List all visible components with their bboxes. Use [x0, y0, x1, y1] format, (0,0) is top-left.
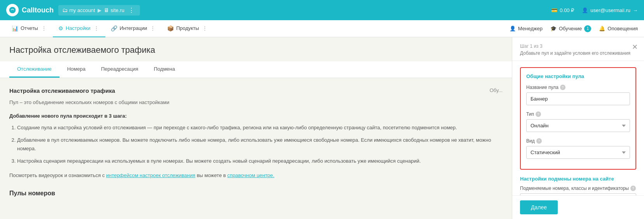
tabs-bar: Отслеживание Номера Переадресация Подмен… — [0, 61, 512, 78]
replacement-help[interactable]: ? — [630, 186, 636, 191]
reports-icon: 📊 — [12, 25, 18, 31]
panel-subtitle: Добавьте пул и задайте условия его отсле… — [520, 50, 636, 56]
close-icon[interactable]: ✕ — [632, 43, 638, 51]
nav-learning-label: Обучение — [559, 26, 582, 31]
breadcrumb-nav: 🗂 my account ▶ 🖥 site.ru ⋮ — [58, 5, 140, 16]
balance-icon: 💳 — [551, 7, 557, 13]
tab-tracking[interactable]: Отслеживание — [9, 61, 59, 78]
logo[interactable]: Calltouch — [6, 4, 54, 16]
view-select[interactable]: Статический Динамический — [526, 146, 630, 159]
nav-label-integrations: Интеграции — [120, 25, 147, 31]
manager-icon: 👤 — [510, 26, 516, 31]
nav-label-products: Продукты — [176, 25, 199, 31]
products-icon: 📦 — [167, 25, 174, 31]
integrations-dots[interactable]: ⋮ — [149, 25, 156, 31]
site-icon: 🖥 — [104, 7, 109, 13]
breadcrumb-dots[interactable]: ⋮ — [127, 7, 136, 14]
pool-name-input[interactable] — [526, 92, 630, 105]
step-1: Создание пула и настройка условий его от… — [17, 123, 503, 132]
pools-title: Пулы номеров — [9, 190, 503, 197]
nav-learning[interactable]: 🎓 Обучение 1 — [550, 25, 591, 32]
nav-item-integrations[interactable]: 🔗 Интеграции ⋮ — [105, 20, 162, 37]
step-3: Настройка сценария переадресации на испо… — [17, 157, 503, 165]
products-dots[interactable]: ⋮ — [201, 25, 208, 31]
form-section-title: Общие настройки пула — [526, 73, 630, 79]
steps-list: Создание пула и настройка условий его от… — [9, 123, 503, 165]
tab-numbers[interactable]: Номера — [59, 61, 93, 78]
content-area: Настройка отслеживаемого трафика Отслежи… — [0, 37, 512, 219]
settings-section-title: Настройки подмены номера на сайте — [520, 176, 636, 182]
view-help[interactable]: ? — [536, 138, 542, 144]
video-text-mid: вы можете в — [195, 172, 227, 178]
step-2: Добавление в пул отслеживаемых номеров. … — [17, 136, 503, 153]
header-left: Calltouch 🗂 my account ▶ 🖥 site.ru ⋮ — [6, 4, 140, 16]
content-right-label: Обу... — [490, 87, 503, 93]
nav-notifications[interactable]: 🔔 Оповещения — [599, 26, 638, 31]
panel-body: Общие настройки пула Название пула ? Тип… — [512, 61, 644, 195]
integrations-icon: 🔗 — [111, 25, 117, 31]
type-group: Тип ? Онлайн Оффлайн — [526, 111, 630, 132]
section-title: Настройка отслеживаемого трафика — [9, 87, 115, 94]
top-header: Calltouch 🗂 my account ▶ 🖥 site.ru ⋮ 💳 0… — [0, 0, 644, 20]
reports-dots[interactable]: ⋮ — [40, 25, 47, 31]
replacement-label: Подменяемые номера, классы и идентификат… — [520, 186, 636, 191]
nav-notifications-label: Оповещения — [607, 26, 638, 31]
panel-header: Шаг 1 из 3 Добавьте пул и задайте услови… — [512, 37, 644, 61]
video-link-2[interactable]: справочном центре. — [227, 172, 274, 178]
logout-arrow-icon[interactable]: → — [633, 7, 638, 13]
settings-section: Настройки подмены номера на сайте Подмен… — [520, 176, 636, 195]
type-select[interactable]: Онлайн Оффлайн — [526, 119, 630, 132]
nav-right: 👤 Менеджер 🎓 Обучение 1 🔔 Оповещения — [510, 25, 638, 32]
type-label: Тип ? — [526, 111, 630, 117]
notifications-icon: 🔔 — [599, 26, 605, 31]
breadcrumb-separator: ▶ — [98, 7, 101, 13]
settings-dots[interactable]: ⋮ — [93, 25, 100, 31]
account-icon: 🗂 — [62, 7, 68, 13]
section-subtitle: Пул – это объединение нескольких номеров… — [9, 99, 503, 105]
nav-label-reports: Отчеты — [21, 25, 38, 31]
replacement-group: Подменяемые номера, классы и идентификат… — [520, 186, 636, 195]
section-header: Настройка отслеживаемого трафика Обу... — [9, 87, 503, 97]
next-button[interactable]: Далее — [520, 200, 558, 214]
nav-manager-label: Менеджер — [518, 26, 543, 31]
steps-title: Добавление нового пула происходит в 3 ша… — [9, 113, 503, 119]
type-help[interactable]: ? — [536, 111, 541, 117]
video-text-prefix: Посмотреть видеоурок и ознакомиться с — [9, 172, 106, 178]
nav-item-products[interactable]: 📦 Продукты ⋮ — [162, 20, 214, 37]
nav-left: 📊 Отчеты ⋮ ⚙ Настройки ⋮ 🔗 Интеграции ⋮ … — [6, 20, 214, 37]
page-header: Настройка отслеживаемого трафика — [0, 37, 512, 61]
tab-content: Настройка отслеживаемого трафика Обу... … — [0, 78, 512, 206]
page-title: Настройка отслеживаемого трафика — [9, 45, 503, 55]
learning-icon: 🎓 — [550, 26, 557, 31]
nav-item-settings[interactable]: ⚙ Настройки ⋮ — [53, 20, 105, 37]
nav-label-settings: Настройки — [66, 25, 91, 31]
panel-footer: Далее — [512, 195, 644, 219]
settings-icon: ⚙ — [58, 25, 63, 31]
form-section-box: Общие настройки пула Название пула ? Тип… — [520, 67, 636, 170]
balance-display: 💳 0.00 ₽ — [551, 7, 574, 13]
user-info[interactable]: 👤 user@usermail.ru → — [582, 7, 638, 13]
balance-value: 0.00 ₽ — [560, 7, 574, 13]
nav-bar: 📊 Отчеты ⋮ ⚙ Настройки ⋮ 🔗 Интеграции ⋮ … — [0, 20, 644, 37]
pool-name-group: Название пула ? — [526, 85, 630, 105]
logo-text: Calltouch — [22, 6, 54, 14]
panel-step-label: Шаг 1 из 3 — [520, 43, 636, 49]
header-right: 💳 0.00 ₽ 👤 user@usermail.ru → — [551, 7, 638, 13]
username: user@usermail.ru — [590, 7, 630, 13]
svg-point-0 — [9, 7, 16, 14]
video-text: Посмотреть видеоурок и ознакомиться с ин… — [9, 172, 503, 178]
tab-substitution[interactable]: Подмена — [146, 61, 183, 78]
nav-manager[interactable]: 👤 Менеджер — [510, 26, 543, 31]
nav-item-reports[interactable]: 📊 Отчеты ⋮ — [6, 20, 53, 37]
breadcrumb-my-account[interactable]: 🗂 my account — [62, 7, 95, 13]
view-label: Вид ? — [526, 138, 630, 144]
user-icon: 👤 — [582, 7, 588, 13]
logo-icon — [6, 4, 19, 16]
side-panel: Шаг 1 из 3 Добавьте пул и задайте услови… — [512, 37, 644, 219]
pool-name-help[interactable]: ? — [560, 85, 565, 90]
view-group: Вид ? Статический Динамический — [526, 138, 630, 159]
pool-name-label: Название пула ? — [526, 85, 630, 90]
breadcrumb-site[interactable]: 🖥 site.ru — [104, 7, 124, 13]
video-link-1[interactable]: интерфейсом настроек отслеживания — [106, 172, 195, 178]
tab-forwarding[interactable]: Переадресация — [93, 61, 146, 78]
